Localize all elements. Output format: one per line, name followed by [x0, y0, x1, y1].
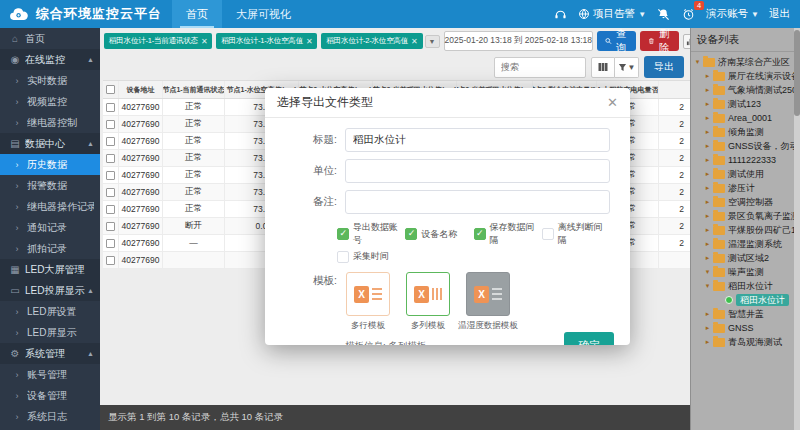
tree-node[interactable]: ▸ 测试123 — [693, 97, 800, 111]
row-checkbox[interactable] — [106, 171, 115, 180]
tree-caret-icon[interactable]: ▸ — [703, 72, 712, 80]
sidebar-item-led-screen-mgmt[interactable]: ▦ LED大屏管理 — [0, 259, 100, 280]
row-checkbox[interactable] — [106, 222, 115, 231]
row-checkbox[interactable] — [106, 120, 115, 129]
tree-caret-icon[interactable]: ▸ — [703, 254, 712, 262]
tree-node[interactable]: ▾ 济南某综合产业区 — [693, 55, 800, 69]
row-checkbox[interactable] — [106, 103, 115, 112]
template-card[interactable]: X — [406, 272, 450, 316]
tree-caret-icon[interactable]: ▾ — [703, 268, 712, 276]
sidebar-item-relay-op-log[interactable]: › 继电器操作记录 — [0, 196, 100, 217]
tree-node[interactable]: ▸ 气象墒情测试250210 — [693, 83, 800, 97]
sidebar-item-relay-control[interactable]: › 继电器控制 — [0, 112, 100, 133]
sidebar-item-realtime-data[interactable]: › 实时数据 — [0, 70, 100, 91]
sidebar-item-notify-log[interactable]: › 通知记录 — [0, 217, 100, 238]
tree-node[interactable]: ▸ 温湿监测系统 — [693, 237, 800, 251]
close-icon[interactable]: ✕ — [201, 37, 208, 46]
sidebar-item-video-monitor[interactable]: › 视频监控 — [0, 91, 100, 112]
tree-node[interactable]: ▸ 测试使用 — [693, 167, 800, 181]
tree-node[interactable]: ▸ GNSS设备，勿动勿改 — [693, 139, 800, 153]
tree-caret-icon[interactable]: ▸ — [703, 86, 712, 94]
close-icon[interactable]: ✕ — [607, 96, 618, 109]
close-icon[interactable]: ✕ — [306, 37, 313, 46]
tree-caret-icon[interactable]: ▸ — [703, 310, 712, 318]
alarm-clock-icon[interactable]: 4 — [681, 7, 696, 22]
tree-scrollbar[interactable] — [794, 28, 800, 430]
tree-node[interactable]: ▸ 展厅在线演示设备（勿动） — [693, 69, 800, 83]
sidebar-item-system-mgmt[interactable]: ⚙ 系统管理 ▲ — [0, 343, 100, 364]
columns-toggle-icon[interactable] — [591, 57, 615, 78]
tree-caret-icon[interactable]: ▸ — [703, 142, 712, 150]
headset-icon[interactable] — [553, 7, 568, 22]
sidebar-item-led-screen-setting[interactable]: › LED屏设置 — [0, 301, 100, 322]
tree-node[interactable]: ▸ Area_0001 — [693, 111, 800, 125]
row-checkbox[interactable] — [106, 205, 115, 214]
sidebar-item-home[interactable]: ⌂ 首页 — [0, 28, 100, 49]
tree-node[interactable]: ▸ 智慧井盖 — [693, 307, 800, 321]
export-option-checkbox[interactable]: 保存数据间隔 — [474, 221, 542, 247]
tree-node[interactable]: 稻田水位计 — [693, 293, 800, 307]
tag-dropdown-caret[interactable]: ▼ — [425, 35, 440, 48]
tree-caret-icon[interactable]: ▸ — [703, 226, 712, 234]
template-card[interactable]: X — [346, 272, 390, 316]
metric-tag[interactable]: 稻田水位计-2-水位空高值 ✕ — [321, 33, 422, 49]
nav-menu-item-item[interactable]: 大屏可视化 — [222, 0, 305, 28]
export-type-dropdown-icon[interactable]: ▼ — [615, 57, 639, 78]
export-option-checkbox[interactable]: 采集时间 — [337, 250, 417, 263]
tree-caret-icon[interactable]: ▸ — [703, 212, 712, 220]
metric-tag[interactable]: 稻田水位计-1-水位空高值 ✕ — [216, 33, 317, 49]
export-option-checkbox[interactable]: 导出数据账号 — [337, 221, 405, 247]
tree-node[interactable]: ▾ 噪声监测 — [693, 265, 800, 279]
row-checkbox[interactable] — [106, 137, 115, 146]
tree-node[interactable]: ▸ 平煤股份四矿己15-31010 — [693, 223, 800, 237]
tree-node[interactable]: ▸ 测试区域2 — [693, 251, 800, 265]
sidebar-item-history-data[interactable]: › 历史数据 — [0, 154, 100, 175]
search-input[interactable] — [494, 57, 586, 78]
tree-caret-icon[interactable]: ▸ — [703, 100, 712, 108]
template-card[interactable]: X — [466, 272, 510, 316]
row-checkbox[interactable] — [106, 188, 115, 197]
tree-node[interactable]: ▸ 景区负氧离子监测 — [693, 209, 800, 223]
sidebar-item-led-screen-display[interactable]: › LED屏显示 — [0, 322, 100, 343]
tree-caret-icon[interactable]: ▾ — [703, 282, 712, 290]
export-option-checkbox[interactable]: 设备名称 — [405, 221, 473, 247]
sidebar-item-system-log[interactable]: › 系统日志 — [0, 406, 100, 427]
query-button[interactable]: 查询 — [597, 31, 636, 51]
scrollbar-thumb[interactable] — [794, 30, 800, 116]
field-input-0[interactable] — [345, 128, 610, 152]
sidebar-item-alarm-data[interactable]: › 报警数据 — [0, 175, 100, 196]
metric-tag[interactable]: 稻田水位计-1-当前通讯状态 ✕ — [104, 33, 212, 49]
tree-caret-icon[interactable]: ▸ — [703, 170, 712, 178]
nav-menu-item-active[interactable]: 首页 — [172, 0, 222, 28]
sidebar-item-account-mgmt[interactable]: › 账号管理 — [0, 364, 100, 385]
confirm-button[interactable]: 确定 — [564, 332, 614, 345]
row-checkbox[interactable] — [106, 85, 115, 94]
project-alarm-dropdown[interactable]: 项目告警 ▼ — [578, 7, 646, 21]
sidebar-item-device-mgmt[interactable]: › 设备管理 — [0, 385, 100, 406]
delete-button[interactable]: 删除 — [640, 31, 679, 51]
tree-node[interactable]: ▸ GNSS — [693, 321, 800, 335]
tree-caret-icon[interactable]: ▸ — [703, 184, 712, 192]
account-dropdown[interactable]: 演示账号 ▼ — [706, 7, 759, 21]
row-checkbox[interactable] — [106, 239, 115, 248]
tree-caret-icon[interactable]: ▸ — [703, 198, 712, 206]
date-range-input[interactable]: 2025-01-20 13:18 到 2025-02-18 13:18 — [444, 31, 593, 51]
tree-caret-icon[interactable]: ▸ — [703, 128, 712, 136]
tree-caret-icon[interactable]: ▸ — [703, 114, 712, 122]
sidebar-item-snapshot-log[interactable]: › 抓拍记录 — [0, 238, 100, 259]
tree-node[interactable]: ▾ 稻田水位计 — [693, 279, 800, 293]
tree-node[interactable]: ▸ 倾角监测 — [693, 125, 800, 139]
logout-button[interactable]: 退出 — [769, 7, 790, 21]
field-input-2[interactable] — [345, 190, 610, 214]
tree-caret-icon[interactable]: ▸ — [703, 156, 712, 164]
field-input-1[interactable] — [345, 159, 610, 183]
row-checkbox[interactable] — [106, 256, 115, 265]
export-option-checkbox[interactable]: 离线判断间隔 — [542, 221, 610, 247]
tree-node[interactable]: ▸ 空调控制器 — [693, 195, 800, 209]
tree-caret-icon[interactable]: ▾ — [693, 58, 702, 66]
tree-caret-icon[interactable]: ▸ — [703, 324, 712, 332]
close-icon[interactable]: ✕ — [411, 37, 418, 46]
tree-node[interactable]: ▸ 1111222333 — [693, 153, 800, 167]
sidebar-item-data-center[interactable]: ▤ 数据中心 ▲ — [0, 133, 100, 154]
row-checkbox[interactable] — [106, 154, 115, 163]
